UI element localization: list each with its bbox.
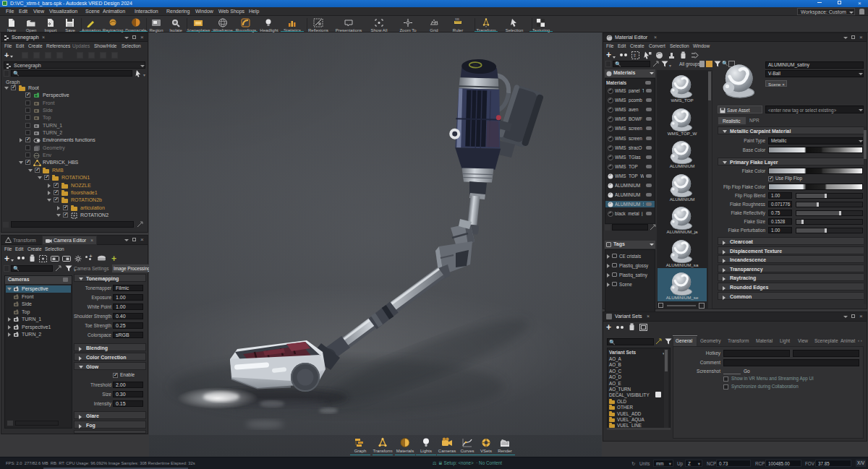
svg-text:⇧: ⇧ bbox=[633, 53, 637, 58]
svg-text:111: 111 bbox=[455, 18, 460, 21]
